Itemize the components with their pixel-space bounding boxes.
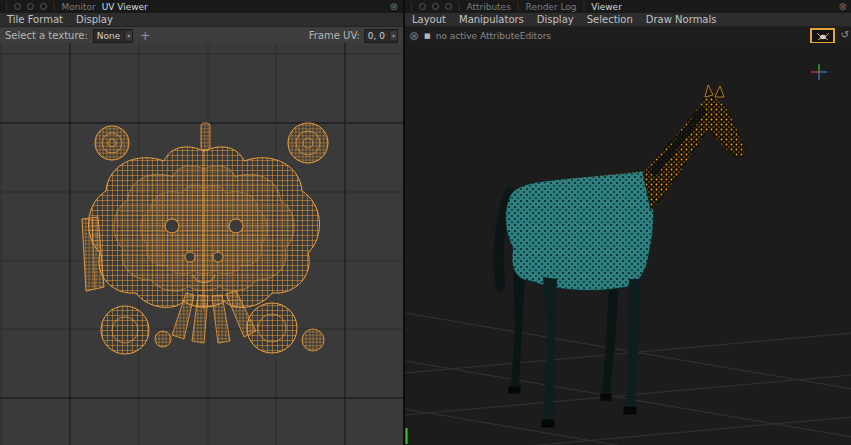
right-tab-bar: | | Attributes | Render Log | Viewer ⊗ — [405, 0, 851, 13]
active-tool-highlight[interactable] — [810, 28, 835, 44]
left-tab-bar: | | Monitor UV Viewer ⊗ — [0, 0, 403, 13]
menu-manipulators[interactable]: Manipulators — [459, 14, 524, 25]
tab-monitor[interactable]: Monitor — [61, 2, 95, 12]
uv-canvas[interactable] — [0, 43, 403, 445]
application-window: | | Monitor UV Viewer ⊗ Tile Format Disp… — [0, 0, 851, 445]
uv-viewer-panel: | | Monitor UV Viewer ⊗ Tile Format Disp… — [0, 0, 403, 445]
tab-viewer[interactable]: Viewer — [591, 2, 622, 12]
close-panel-icon[interactable]: ⊗ — [839, 2, 847, 12]
fly-mode-icon — [816, 31, 830, 41]
horse-model[interactable] — [494, 85, 745, 428]
menu-selection[interactable]: Selection — [587, 14, 633, 25]
uv-grid-and-shells — [0, 43, 403, 445]
viewer-panel: | | Attributes | Render Log | Viewer ⊗ L… — [404, 0, 851, 445]
texture-dropdown[interactable]: None ▾ — [93, 29, 134, 43]
square-bullet-icon: ■ — [424, 32, 431, 40]
menu-display[interactable]: Display — [537, 14, 574, 25]
tab-separator: | — [410, 2, 413, 11]
tab-separator: | — [583, 2, 586, 11]
frame-uv-value: 0, 0 — [368, 31, 385, 41]
menu-layout[interactable]: Layout — [412, 14, 446, 25]
chevron-down-icon: ▾ — [389, 31, 397, 40]
texture-dropdown-value: None — [97, 31, 120, 41]
viewport-edge-marker — [406, 428, 408, 444]
frame-uv-dropdown[interactable]: 0, 0 ▾ — [364, 29, 398, 43]
panel-control-icon[interactable] — [419, 3, 426, 10]
tab-render-log[interactable]: Render Log — [526, 2, 577, 12]
close-panel-icon[interactable]: ⊗ — [390, 2, 398, 12]
clear-attribute-editor-icon[interactable]: ⊗ — [409, 30, 419, 42]
panel-control-icon[interactable] — [432, 3, 439, 10]
viewer-statusbar: ⊗ ■ no active AttributeEditors ↺ — [405, 27, 851, 44]
menu-display[interactable]: Display — [76, 14, 113, 25]
frame-uv-label: Frame UV: — [309, 30, 360, 41]
menu-draw-normals[interactable]: Draw Normals — [646, 14, 717, 25]
panel-control-icon[interactable] — [27, 3, 34, 10]
panel-control-icon[interactable] — [445, 3, 452, 10]
panel-control-icon[interactable] — [14, 3, 21, 10]
viewer-menubar: Layout Manipulators Display Selection Dr… — [405, 13, 851, 27]
panel-control-icon[interactable] — [40, 3, 47, 10]
tab-separator: | — [53, 2, 56, 11]
uv-shells[interactable] — [82, 123, 328, 354]
tab-separator: | — [5, 2, 8, 11]
uv-viewer-menubar: Tile Format Display — [0, 13, 403, 27]
chevron-down-icon: ▾ — [124, 31, 132, 40]
add-texture-button[interactable]: + — [138, 30, 152, 42]
tab-separator: | — [517, 2, 520, 11]
viewport-3d[interactable] — [405, 43, 851, 445]
origin-axis-icon — [811, 64, 827, 80]
tab-attributes[interactable]: Attributes — [466, 2, 510, 12]
tab-separator: | — [458, 2, 461, 11]
status-text: no active AttributeEditors — [436, 31, 551, 41]
viewport-scene — [405, 43, 851, 445]
frame-uv-group: Frame UV: 0, 0 ▾ — [309, 29, 398, 43]
select-texture-label: Select a texture: — [5, 30, 88, 41]
menu-tile-format[interactable]: Tile Format — [7, 14, 63, 25]
tab-uv-viewer[interactable]: UV Viewer — [102, 2, 148, 12]
refresh-icon[interactable]: ↺ — [841, 29, 849, 41]
